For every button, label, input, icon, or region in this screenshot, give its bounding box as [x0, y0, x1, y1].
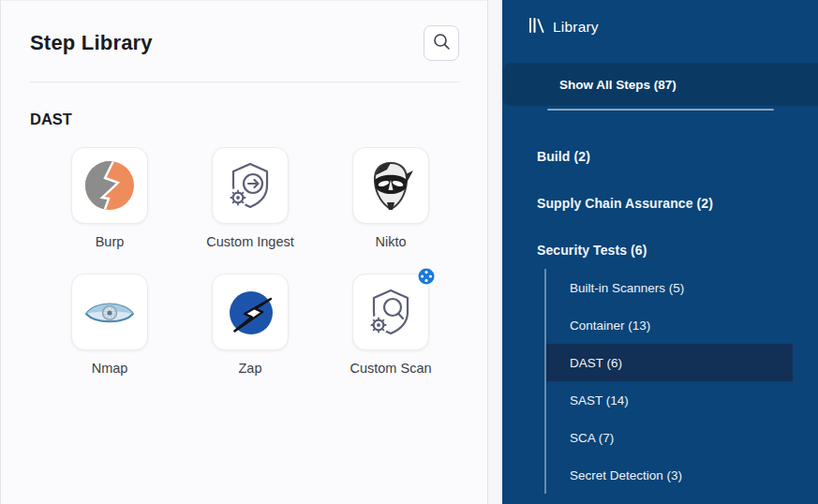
step-label: Nmap	[92, 361, 128, 376]
security-tests-subnav: Built-in Scanners (5) Container (13) DAS…	[544, 269, 793, 494]
sidebar-item-secret-detection[interactable]: Secret Detection (3)	[546, 456, 793, 494]
sidebar-item-container[interactable]: Container (13)	[546, 306, 793, 344]
steps-grid: Burp Custom Ingest	[39, 147, 487, 376]
step-cell-custom-scan: Custom Scan	[320, 274, 461, 376]
step-library-panel: Step Library DAST	[0, 0, 488, 504]
step-card-zap[interactable]	[212, 274, 289, 350]
step-cell-burp: Burp	[39, 147, 180, 249]
show-all-steps-label: Show All Steps (87)	[559, 78, 677, 92]
sidebar-item-supply-chain-assurance[interactable]: Supply Chain Assurance (2)	[537, 196, 713, 211]
page-title: Step Library	[30, 31, 153, 55]
lightning-circle-icon	[224, 286, 276, 338]
show-all-divider	[547, 109, 774, 111]
blue-dots-badge-icon	[418, 268, 435, 285]
step-cell-nmap: Nmap	[39, 274, 180, 376]
step-library-header: Step Library	[1, 1, 487, 61]
step-card-custom-ingest[interactable]	[212, 147, 289, 224]
step-cell-zap: Zap	[180, 274, 320, 376]
sidebar-title: Library	[553, 19, 599, 36]
sidebar-item-sca[interactable]: SCA (7)	[546, 419, 793, 456]
library-sidebar: Library Show All Steps (87) Build (2) Su…	[502, 0, 818, 504]
step-card-custom-scan[interactable]	[352, 274, 429, 350]
step-cell-custom-ingest: Custom Ingest	[180, 147, 320, 249]
step-label: Custom Scan	[350, 361, 431, 376]
sidebar-item-built-in-scanners[interactable]: Built-in Scanners (5)	[546, 269, 793, 306]
step-label: Zap	[239, 361, 262, 376]
eye-icon	[83, 286, 136, 338]
sidebar-item-sast[interactable]: SAST (14)	[546, 381, 793, 419]
step-label: Nikto	[375, 234, 406, 249]
shield-magnifier-gear-icon	[364, 286, 417, 338]
step-label: Custom Ingest	[206, 234, 294, 249]
step-card-nmap[interactable]	[71, 274, 148, 350]
library-books-icon	[528, 17, 544, 37]
step-card-burp[interactable]	[71, 147, 148, 224]
section-heading-dast: DAST	[30, 111, 487, 128]
search-button[interactable]	[424, 25, 459, 61]
header-divider	[30, 82, 459, 82]
sidebar-item-build[interactable]: Build (2)	[537, 149, 590, 164]
library-header: Library	[528, 17, 599, 37]
nikto-mask-icon	[364, 159, 417, 212]
panel-gap	[488, 0, 502, 504]
burp-logo-icon	[83, 159, 136, 212]
sidebar-item-dast[interactable]: DAST (6)	[546, 344, 793, 381]
shield-arrow-gear-icon	[224, 159, 276, 212]
step-label: Burp	[96, 234, 125, 249]
sidebar-item-security-tests[interactable]: Security Tests (6)	[537, 243, 647, 258]
step-card-nikto[interactable]	[352, 147, 429, 224]
step-cell-nikto: Nikto	[320, 147, 461, 249]
show-all-steps-button[interactable]: Show All Steps (87)	[503, 63, 818, 106]
search-icon	[432, 32, 451, 54]
